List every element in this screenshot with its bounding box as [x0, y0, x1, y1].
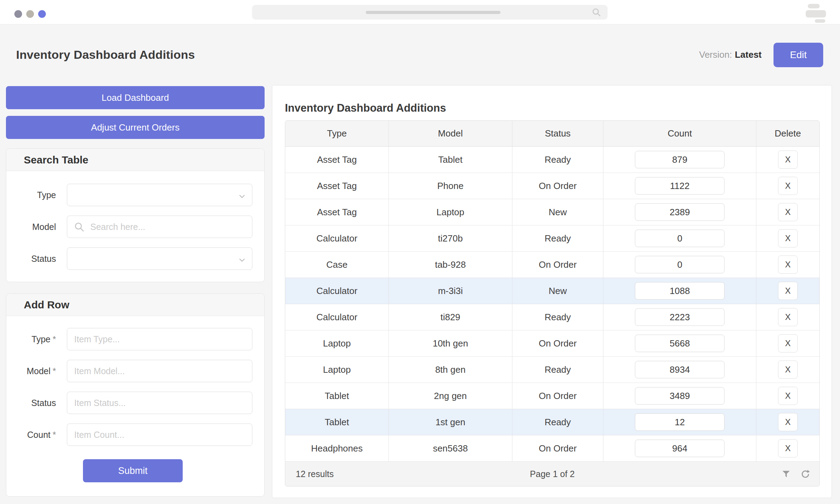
cell-status: On Order [512, 173, 604, 199]
count-input[interactable] [635, 230, 724, 247]
search-status-label: Status [13, 254, 56, 264]
add-type-label: Type* [13, 334, 56, 344]
count-input[interactable] [635, 151, 724, 168]
cell-model: Tablet [389, 147, 512, 173]
cell-delete: X [756, 225, 819, 251]
cell-model: tab-928 [389, 252, 512, 278]
table-row: Headphones sen5638 On Order X [285, 435, 819, 462]
table-footer: 12 results Page 1 of 2 [285, 462, 819, 486]
delete-button[interactable]: X [778, 308, 798, 326]
delete-button[interactable]: X [778, 150, 798, 169]
table-row: Calculator ti829 Ready X [285, 304, 819, 330]
cell-type: Calculator [285, 278, 389, 304]
cell-type: Tablet [285, 383, 389, 409]
add-status-input[interactable] [67, 392, 252, 414]
table-header-row: Type Model Status Count Delete [285, 121, 819, 147]
load-dashboard-button[interactable]: Load Dashboard [6, 86, 265, 109]
table-row: Asset Tag Phone On Order X [285, 173, 819, 199]
adjust-current-orders-button[interactable]: Adjust Current Orders [6, 116, 265, 139]
delete-button[interactable]: X [778, 282, 798, 300]
search-type-select[interactable] [67, 184, 252, 206]
count-input[interactable] [635, 308, 724, 326]
add-status-label: Status* [13, 398, 56, 408]
required-asterisk: * [52, 334, 56, 344]
delete-button[interactable]: X [778, 413, 798, 431]
cell-model: ti829 [389, 304, 512, 330]
cell-count [603, 173, 756, 199]
column-header-count: Count [603, 121, 756, 146]
count-input[interactable] [635, 440, 724, 457]
cell-count [603, 383, 756, 409]
page-indicator: Page 1 of 2 [285, 469, 819, 479]
add-row-panel: Add Row Type* Model* [6, 293, 265, 497]
count-input[interactable] [635, 361, 724, 378]
delete-button[interactable]: X [778, 203, 798, 221]
cell-delete: X [756, 383, 819, 409]
count-input[interactable] [635, 203, 724, 221]
cell-status: Ready [512, 225, 604, 251]
delete-button[interactable]: X [778, 334, 798, 352]
table-row: Calculator ti270b Ready X [285, 225, 819, 252]
cell-status: New [512, 199, 604, 225]
filter-icon[interactable] [782, 469, 791, 478]
delete-button[interactable]: X [778, 387, 798, 405]
cell-count [603, 278, 756, 304]
delete-button[interactable]: X [778, 255, 798, 274]
cell-status: On Order [512, 330, 604, 356]
cell-delete: X [756, 357, 819, 383]
browser-topbar [0, 0, 840, 24]
cell-model: 8th gen [389, 357, 512, 383]
cell-status: On Order [512, 435, 604, 461]
column-header-model: Model [389, 121, 512, 146]
cell-delete: X [756, 330, 819, 356]
submit-button[interactable]: Submit [83, 459, 183, 482]
address-search-bar[interactable] [252, 5, 608, 20]
cell-delete: X [756, 409, 819, 435]
cell-status: Ready [512, 357, 604, 383]
cell-count [603, 357, 756, 383]
cell-count [603, 409, 756, 435]
delete-button[interactable]: X [778, 177, 798, 195]
cell-delete: X [756, 147, 819, 173]
window-dot-3[interactable] [38, 10, 46, 18]
count-input[interactable] [635, 256, 724, 273]
window-controls [14, 10, 46, 18]
count-input[interactable] [635, 282, 724, 300]
table-row: Case tab-928 On Order X [285, 252, 819, 278]
search-status-select[interactable] [67, 247, 252, 270]
window-dot-2[interactable] [26, 10, 34, 18]
required-asterisk: * [52, 366, 56, 376]
version-value: Latest [735, 49, 762, 60]
cell-delete: X [756, 173, 819, 199]
cell-count [603, 435, 756, 461]
cell-count [603, 330, 756, 356]
menu-lines-icon[interactable] [806, 3, 827, 21]
count-input[interactable] [635, 335, 724, 352]
add-count-input[interactable] [67, 424, 252, 446]
cell-type: Calculator [285, 225, 389, 251]
table-row: Asset Tag Laptop New X [285, 199, 819, 225]
delete-button[interactable]: X [778, 229, 798, 247]
search-type-label: Type [13, 190, 56, 200]
count-input[interactable] [635, 177, 724, 195]
delete-button[interactable]: X [778, 439, 798, 457]
window-dot-1[interactable] [14, 10, 22, 18]
search-model-input[interactable] [67, 216, 252, 238]
edit-button[interactable]: Edit [774, 43, 823, 67]
add-model-input[interactable] [67, 360, 252, 382]
address-text-placeholder [366, 11, 500, 14]
inventory-table: Type Model Status Count Delete Asset Tag… [285, 120, 820, 486]
refresh-icon[interactable] [800, 469, 810, 479]
count-input[interactable] [635, 387, 724, 405]
count-input[interactable] [635, 413, 724, 431]
table-row: Asset Tag Tablet Ready X [285, 147, 819, 173]
cell-type: Case [285, 252, 389, 278]
add-type-input[interactable] [67, 328, 252, 350]
cell-status: On Order [512, 252, 604, 278]
table-row: Tablet 1st gen Ready X [285, 409, 819, 435]
cell-delete: X [756, 278, 819, 304]
search-model-label: Model [13, 222, 56, 232]
delete-button[interactable]: X [778, 360, 798, 379]
table-row: Tablet 2ng gen On Order X [285, 383, 819, 409]
cell-delete: X [756, 199, 819, 225]
